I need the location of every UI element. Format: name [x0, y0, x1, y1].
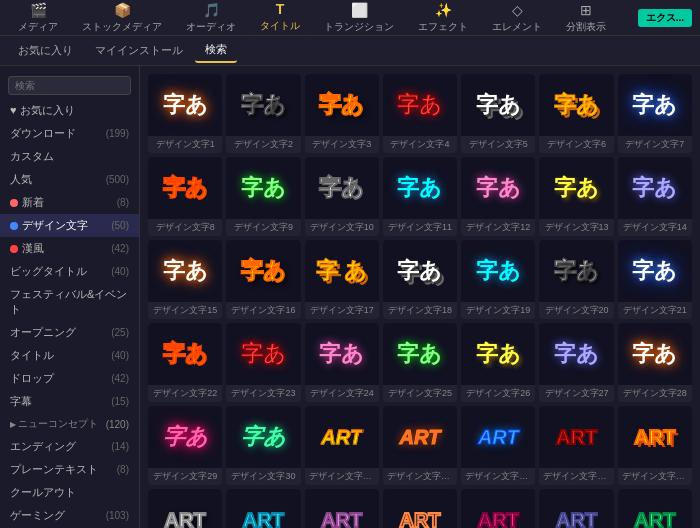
subtab-myinstall[interactable]: マイインストール	[85, 39, 193, 62]
sidebar-count: (120)	[106, 419, 129, 430]
sidebar-item-plain[interactable]: プレーンテキスト (8)	[0, 458, 139, 481]
sidebar-item-big-title[interactable]: ビッグタイトル (40)	[0, 260, 139, 283]
tile-item[interactable]: 字あデザイン文字29	[148, 406, 222, 485]
tile-item[interactable]: 字あデザイン文字7	[618, 74, 692, 153]
tab-effect[interactable]: ✨ エフェクト	[408, 0, 478, 38]
tile-item[interactable]: 字あデザイン文字20	[539, 240, 613, 319]
subtab-search[interactable]: 検索	[195, 38, 237, 63]
tile-preview: 字あ	[383, 323, 457, 385]
sidebar-item-new[interactable]: 新着 (8)	[0, 191, 139, 214]
tile-label: デザイン文字5	[461, 136, 535, 153]
tile-label: デザイン文字29	[148, 468, 222, 485]
tile-item[interactable]: 字あデザイン文字4	[383, 74, 457, 153]
sidebar-item-custom[interactable]: カスタム	[0, 145, 139, 168]
tile-item[interactable]: 字あデザイン文字13	[539, 157, 613, 236]
tile-item[interactable]: 字あデザイン文字21	[618, 240, 692, 319]
sidebar-item-opening[interactable]: オープニング (25)	[0, 321, 139, 344]
tile-item[interactable]: ARTデザイン文字（英字）7	[226, 489, 300, 528]
sidebar-item-title2[interactable]: タイトル (40)	[0, 344, 139, 367]
sidebar-item-chinese[interactable]: 漢風 (42)	[0, 237, 139, 260]
tile-item[interactable]: ARTデザイン文字（英字）4	[539, 406, 613, 485]
tile-item[interactable]: 字あデザイン文字22	[148, 323, 222, 402]
search-input[interactable]	[8, 76, 131, 95]
sidebar-item-gaming[interactable]: ゲーミング (103)	[0, 504, 139, 527]
sidebar-item-popular[interactable]: 人気 (500)	[0, 168, 139, 191]
tile-item[interactable]: 字あデザイン文字2	[226, 74, 300, 153]
tile-item[interactable]: 字 あデザイン文字17	[305, 240, 379, 319]
tile-item[interactable]: ARTデザイン文字（英字）5	[618, 406, 692, 485]
sidebar-item-character[interactable]: 字幕 (15)	[0, 390, 139, 413]
tile-preview: ART	[226, 489, 300, 528]
tile-preview: ART	[148, 489, 222, 528]
sidebar-count: (8)	[117, 464, 129, 475]
tile-item[interactable]: 字あデザイン文字10	[305, 157, 379, 236]
tab-stock[interactable]: 📦 ストックメディア	[72, 0, 172, 38]
tile-item[interactable]: ARTデザイン文字（英字）1	[305, 406, 379, 485]
tile-label: デザイン文字（英字）2	[383, 468, 457, 485]
sidebar-item-download[interactable]: ダウンロード (199)	[0, 122, 139, 145]
tile-item[interactable]: ARTデザイン文字（英字）3	[461, 406, 535, 485]
tile-item[interactable]: 字あデザイン文字28	[618, 323, 692, 402]
tile-text: 字あ	[397, 173, 442, 203]
tile-text: ART	[634, 426, 675, 449]
sidebar-item-festival[interactable]: フェスティバル&イベント	[0, 283, 139, 321]
tile-item[interactable]: 字あデザイン文字5	[461, 74, 535, 153]
sidebar-count: (40)	[111, 266, 129, 277]
tab-title[interactable]: T タイトル	[250, 0, 310, 39]
tile-item[interactable]: ARTデザイン文字（英字）6	[148, 489, 222, 528]
tile-label: デザイン文字25	[383, 385, 457, 402]
tile-item[interactable]: 字あデザイン文字9	[226, 157, 300, 236]
tile-item[interactable]: ARTデザイン文字（英字）9	[383, 489, 457, 528]
tile-preview: ART	[539, 489, 613, 528]
tile-item[interactable]: 字あデザイン文字6	[539, 74, 613, 153]
sidebar-item-ending[interactable]: エンディング (14)	[0, 435, 139, 458]
tile-item[interactable]: 字あデザイン文字19	[461, 240, 535, 319]
tile-text: 字あ	[397, 339, 442, 369]
design-dot	[10, 222, 18, 230]
tile-item[interactable]: 字あデザイン文字25	[383, 323, 457, 402]
tile-item[interactable]: 字あデザイン文字18	[383, 240, 457, 319]
sidebar-group-new-concept[interactable]: ▶ ニューコンセプト (120)	[0, 413, 139, 435]
tab-transition[interactable]: ⬜ トランジション	[314, 0, 404, 38]
tile-text: ART	[321, 509, 362, 529]
tile-item[interactable]: 字あデザイン文字8	[148, 157, 222, 236]
sidebar-label: フェスティバル&イベント	[10, 287, 129, 317]
tile-item[interactable]: 字あデザイン文字23	[226, 323, 300, 402]
subtab-favorite[interactable]: お気に入り	[8, 39, 83, 62]
tile-item[interactable]: 字あデザイン文字26	[461, 323, 535, 402]
tile-item[interactable]: ARTデザイン文字（英字）2	[383, 406, 457, 485]
tile-preview: 字あ	[226, 240, 300, 302]
tab-audio[interactable]: 🎵 オーディオ	[176, 0, 246, 38]
tile-item[interactable]: 字あデザイン文字14	[618, 157, 692, 236]
tile-item[interactable]: 字あデザイン文字1	[148, 74, 222, 153]
tile-preview: 字あ	[461, 240, 535, 302]
tile-item[interactable]: 字あデザイン文字27	[539, 323, 613, 402]
tab-split[interactable]: ⊞ 分割表示	[556, 0, 616, 38]
tile-label: デザイン文字23	[226, 385, 300, 402]
tile-item[interactable]: 字あデザイン文字12	[461, 157, 535, 236]
tile-preview: 字あ	[305, 74, 379, 136]
tab-audio-label: オーディオ	[186, 20, 236, 34]
tab-media[interactable]: 🎬 メディア	[8, 0, 68, 38]
tile-item[interactable]: ARTデザイン文字（英字）8	[305, 489, 379, 528]
tile-item[interactable]: 字あデザイン文字3	[305, 74, 379, 153]
tile-item[interactable]: 字あデザイン文字30	[226, 406, 300, 485]
tile-item[interactable]: 字あデザイン文字16	[226, 240, 300, 319]
sidebar-item-coolout[interactable]: クールアウト	[0, 481, 139, 504]
tile-item[interactable]: 字あデザイン文字11	[383, 157, 457, 236]
tab-element[interactable]: ◇ エレメント	[482, 0, 552, 38]
sidebar-item-favorite[interactable]: ♥ お気に入り	[0, 99, 139, 122]
sidebar-item-drop[interactable]: ドロップ (42)	[0, 367, 139, 390]
tile-item[interactable]: 字あデザイン文字15	[148, 240, 222, 319]
tile-item[interactable]: 字あデザイン文字24	[305, 323, 379, 402]
tile-item[interactable]: ARTデザイン文字（英字）12	[618, 489, 692, 528]
tile-preview: 字あ	[383, 157, 457, 219]
tile-item[interactable]: ARTデザイン文字（英字）10	[461, 489, 535, 528]
chevron-right-icon: ▶	[10, 420, 16, 429]
tile-label: デザイン文字（英字）5	[618, 468, 692, 485]
sidebar-item-design-text[interactable]: デザイン文字 (50)	[0, 214, 139, 237]
tile-item[interactable]: ARTデザイン文字（英字）11	[539, 489, 613, 528]
tile-text: 字あ	[632, 90, 677, 120]
tile-preview: ART	[461, 489, 535, 528]
exs-badge[interactable]: エクス...	[638, 9, 692, 27]
